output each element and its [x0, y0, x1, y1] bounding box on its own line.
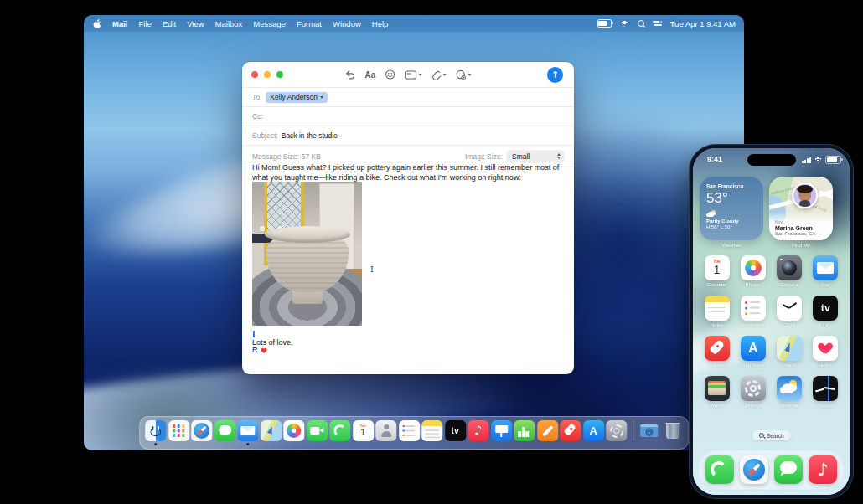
subject-field[interactable]: Subject: Back in the studio — [242, 126, 574, 146]
clock-app-icon[interactable]: Clock — [772, 296, 808, 327]
menu-item[interactable]: Help — [372, 19, 389, 28]
avatar — [792, 183, 818, 208]
pottery-photo[interactable] — [252, 182, 362, 326]
menu-bar-clock[interactable]: Tue Apr 1 9:41 AM — [670, 19, 736, 28]
active-app-name[interactable]: Mail — [112, 19, 127, 28]
menu-item[interactable]: File — [138, 19, 151, 28]
status-time: 9:41 — [707, 155, 722, 163]
app-label: Notes — [711, 322, 723, 327]
tv-app-icon[interactable]: TV — [808, 296, 844, 327]
search-label: Search — [767, 433, 784, 439]
insert-photo-icon[interactable] — [455, 69, 471, 80]
numbers-dock-icon[interactable] — [514, 420, 535, 445]
search-pill[interactable]: Search — [752, 430, 790, 440]
app-label: Photos — [746, 282, 761, 287]
photo-clay-bowl — [266, 232, 349, 292]
header-fields-icon[interactable] — [404, 70, 421, 80]
partly-cloudy-icon — [706, 210, 716, 217]
appstore-dock-icon[interactable] — [583, 420, 604, 445]
format-icon[interactable]: Aa — [365, 70, 376, 80]
camera-app-icon[interactable]: Camera — [772, 255, 808, 287]
facetime-dock-icon[interactable] — [307, 420, 328, 445]
weather-condition: Partly Cloudy — [706, 219, 757, 224]
app-icon — [809, 455, 837, 484]
settings-app-icon[interactable]: Settings — [735, 376, 771, 408]
menu-item[interactable]: Mailbox — [215, 19, 243, 28]
app-icon — [741, 296, 766, 321]
close-button[interactable] — [251, 71, 258, 78]
menu-item[interactable]: Edit — [163, 19, 176, 28]
send-button[interactable]: ↑ — [547, 67, 563, 83]
phoneapp-dock-icon[interactable] — [329, 420, 350, 445]
maps-dock-icon[interactable] — [261, 420, 282, 445]
app-label: App Store — [742, 363, 764, 368]
app-icon — [740, 455, 768, 484]
appstore-app-icon[interactable]: App Store — [735, 336, 771, 368]
mail-app-icon[interactable]: Mail — [808, 255, 844, 287]
keynote-dock-icon[interactable] — [491, 420, 512, 445]
minimize-button[interactable] — [264, 71, 271, 78]
downloads-folder-dock-icon[interactable] — [638, 420, 659, 441]
games-app-icon[interactable]: Games — [699, 336, 735, 368]
app-icon — [774, 455, 803, 484]
weather-city: San Francisco — [706, 183, 757, 189]
calendar-dock-icon[interactable]: Tue 1 — [353, 420, 374, 445]
notes-dock-icon[interactable] — [421, 420, 442, 445]
search-icon[interactable] — [638, 20, 644, 27]
launchpad-dock-icon[interactable] — [168, 420, 189, 445]
messages-dock-icon[interactable] — [774, 455, 803, 484]
recipient-token[interactable]: Kelly Anderson — [266, 92, 328, 103]
app-icon — [445, 420, 466, 441]
menu-item[interactable]: View — [187, 19, 204, 28]
contacts-dock-icon[interactable] — [375, 420, 396, 445]
stocks-app-icon[interactable]: Stocks — [808, 376, 844, 408]
photos-dock-icon[interactable] — [283, 420, 304, 445]
downloads-folder-icon — [638, 420, 659, 441]
pages-dock-icon[interactable] — [537, 420, 558, 445]
to-field[interactable]: To: Kelly Anderson — [242, 88, 574, 107]
app-icon — [468, 420, 488, 441]
reminders-app-icon[interactable]: Reminders — [735, 296, 771, 327]
music-dock-icon[interactable] — [468, 420, 488, 445]
maps-app-icon[interactable]: Maps — [772, 336, 808, 368]
app-label: Health — [819, 363, 833, 368]
tv-dock-icon[interactable] — [445, 420, 466, 445]
health-app-icon[interactable]: Health — [808, 336, 844, 368]
attachment-icon[interactable] — [431, 69, 446, 80]
battery-icon[interactable] — [597, 19, 612, 28]
trash-dock-icon[interactable] — [662, 420, 683, 441]
weather-widget[interactable]: San Francisco 53° Partly Cloudy H:56° L:… — [700, 177, 763, 240]
iphone-status-bar: 9:41 — [693, 153, 850, 167]
wallet-app-icon[interactable]: Wallet — [699, 376, 735, 408]
menu-item[interactable]: Message — [253, 19, 286, 28]
settings-dock-icon[interactable] — [606, 420, 627, 445]
messages-dock-icon[interactable] — [214, 420, 235, 445]
finder-dock-icon[interactable] — [145, 420, 166, 445]
app-icon — [537, 420, 558, 441]
safari-dock-icon[interactable] — [191, 420, 212, 445]
games-dock-icon[interactable] — [560, 420, 581, 445]
phoneapp-dock-icon[interactable] — [705, 455, 734, 484]
safari-dock-icon[interactable] — [740, 455, 768, 484]
photos-app-icon[interactable]: Photos — [735, 255, 771, 287]
mac-desktop: Mail FileEditViewMailboxMessageFormatWin… — [84, 15, 744, 450]
menu-item[interactable]: Window — [333, 19, 361, 28]
wifi-icon[interactable] — [620, 20, 629, 27]
weather-app-icon[interactable]: Weather — [772, 376, 808, 408]
findmy-widget[interactable]: MARINA GREEN DR MARINA BLVD Now Marina G… — [769, 177, 833, 240]
cc-field[interactable]: Cc: — [242, 107, 574, 126]
notes-app-icon[interactable]: Notes — [699, 296, 735, 327]
reminders-dock-icon[interactable] — [399, 420, 420, 445]
music-dock-icon[interactable] — [809, 455, 837, 484]
zoom-button[interactable] — [276, 71, 283, 78]
apple-menu-icon[interactable] — [92, 18, 101, 29]
mail-dock-icon[interactable] — [237, 420, 258, 445]
red-heart-icon — [261, 347, 267, 354]
undo-icon[interactable] — [345, 69, 356, 80]
calendar-app-icon[interactable]: Tue 1 Calendar — [699, 255, 735, 287]
menu-item[interactable]: Format — [297, 19, 322, 28]
message-body[interactable]: Hi Mom! Guess what? I picked up pottery … — [242, 147, 574, 374]
emoji-icon[interactable] — [385, 69, 395, 80]
control-center-icon[interactable] — [653, 20, 662, 27]
app-icon — [145, 420, 166, 441]
